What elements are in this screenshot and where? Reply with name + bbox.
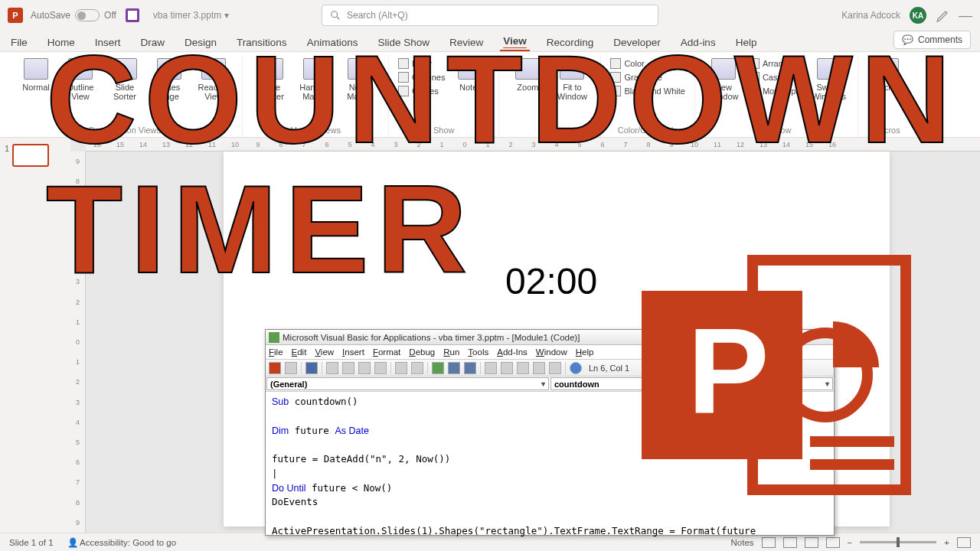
vba-menu-help[interactable]: Help bbox=[576, 347, 594, 357]
tab-insert[interactable]: Insert bbox=[92, 34, 124, 51]
vba-editor-window[interactable]: Microsoft Visual Basic for Applications … bbox=[265, 329, 835, 536]
vba-menu-window[interactable]: Window bbox=[536, 347, 567, 357]
slide-sorter-button[interactable]: Slide Sorter bbox=[106, 55, 144, 101]
outline-view-button[interactable]: Outline View bbox=[61, 55, 100, 101]
object-browser-icon[interactable] bbox=[533, 362, 545, 374]
vba-menu-file[interactable]: File bbox=[269, 347, 283, 357]
vba-menu-run[interactable]: Run bbox=[443, 347, 459, 357]
vba-menu-view[interactable]: View bbox=[315, 347, 334, 357]
save-icon[interactable] bbox=[126, 8, 139, 22]
tab-animations[interactable]: Animations bbox=[304, 34, 361, 51]
macros-button[interactable]: Macros bbox=[867, 55, 906, 92]
document-filename[interactable]: vba timer 3.pptm ▾ bbox=[153, 10, 229, 21]
group-master-views: Slide Master Handout Master Notes Master… bbox=[243, 55, 389, 137]
fit-window-button[interactable]: Fit to Window bbox=[553, 55, 591, 101]
save-icon[interactable] bbox=[305, 362, 318, 374]
slide-thumbnail-1[interactable] bbox=[12, 144, 49, 167]
ruler-checkbox[interactable]: Ruler bbox=[398, 58, 445, 69]
toolbox-icon[interactable] bbox=[549, 362, 561, 374]
macros-icon bbox=[874, 58, 899, 80]
autosave-label: AutoSave bbox=[31, 10, 70, 21]
tab-file[interactable]: File bbox=[8, 34, 31, 51]
vba-toolbar: Ln 6, Col 1 bbox=[266, 360, 834, 377]
gridlines-checkbox[interactable]: Gridlines bbox=[398, 72, 445, 83]
guides-checkbox[interactable]: Guides bbox=[398, 86, 445, 96]
zoom-in-icon[interactable]: + bbox=[944, 538, 949, 547]
switch-windows-button[interactable]: Switch Windows bbox=[810, 55, 848, 101]
paste-icon[interactable] bbox=[358, 362, 371, 374]
tab-help[interactable]: Help bbox=[733, 34, 760, 51]
vba-menu-debug[interactable]: Debug bbox=[409, 347, 435, 357]
vba-menu-format[interactable]: Format bbox=[373, 347, 400, 357]
color-button[interactable]: Color bbox=[610, 58, 684, 69]
cursor-position: Ln 6, Col 1 bbox=[589, 364, 629, 373]
toggle-off-icon[interactable] bbox=[75, 9, 100, 21]
accessibility-status[interactable]: 👤 Accessibility: Good to go bbox=[67, 537, 176, 548]
slide-sorter-icon bbox=[113, 58, 137, 80]
reading-view-button[interactable]: Reading View bbox=[194, 55, 233, 101]
tab-recording[interactable]: Recording bbox=[544, 34, 597, 51]
tab-home[interactable]: Home bbox=[44, 34, 78, 51]
tab-slideshow[interactable]: Slide Show bbox=[374, 34, 433, 51]
vba-menu-insert[interactable]: Insert bbox=[342, 347, 364, 357]
vba-menu-tools[interactable]: Tools bbox=[468, 347, 488, 357]
design-mode-icon[interactable] bbox=[485, 362, 497, 374]
vba-app-icon bbox=[269, 332, 279, 343]
tab-review[interactable]: Review bbox=[446, 34, 486, 51]
normal-view-button[interactable]: Normal bbox=[17, 55, 55, 92]
find-icon[interactable] bbox=[374, 362, 387, 374]
bw-button[interactable]: Black and White bbox=[610, 86, 684, 96]
tab-developer[interactable]: Developer bbox=[610, 34, 664, 51]
checkbox-icon bbox=[398, 86, 409, 96]
vba-object-combo[interactable]: (General) bbox=[266, 377, 549, 390]
arrange-all-button[interactable]: Arrange All bbox=[749, 58, 804, 69]
autosave-toggle[interactable]: AutoSave Off bbox=[31, 9, 116, 21]
tab-design[interactable]: Design bbox=[181, 34, 220, 51]
grayscale-button[interactable]: Grayscale bbox=[610, 72, 684, 83]
zoom-button[interactable]: Zoom bbox=[508, 55, 547, 92]
notes-master-button[interactable]: Notes Master bbox=[341, 55, 379, 101]
vba-procedure-combo[interactable]: countdown bbox=[550, 377, 833, 390]
tab-transitions[interactable]: Transitions bbox=[234, 34, 290, 51]
countdown-timer-text: 02:00 bbox=[505, 260, 597, 302]
comments-button[interactable]: 💬 Comments bbox=[893, 31, 971, 49]
project-explorer-icon[interactable] bbox=[501, 362, 513, 374]
search-input[interactable]: Search (Alt+Q) bbox=[322, 5, 658, 26]
group-zoom: Zoom Fit to Window Zoom bbox=[499, 55, 601, 137]
minimize-icon[interactable]: — bbox=[959, 8, 972, 24]
user-avatar[interactable]: KA bbox=[910, 7, 926, 24]
view-powerpoint-icon[interactable] bbox=[269, 362, 281, 374]
horizontal-ruler: 1615141312111098765432101234567891011121… bbox=[86, 138, 980, 152]
undo-icon[interactable] bbox=[395, 362, 407, 374]
tab-draw[interactable]: Draw bbox=[138, 34, 168, 51]
help-icon[interactable] bbox=[570, 362, 582, 374]
fit-icon[interactable] bbox=[957, 537, 971, 548]
break-icon[interactable] bbox=[448, 362, 460, 374]
group-color-grayscale: Color Grayscale Black and White Color/Gr… bbox=[601, 55, 694, 137]
notes-page-button[interactable]: Notes Page bbox=[150, 55, 188, 101]
slide-master-button[interactable]: Slide Master bbox=[252, 55, 290, 101]
vba-title-bar[interactable]: Microsoft Visual Basic for Applications … bbox=[266, 330, 834, 345]
handout-master-button[interactable]: Handout Master bbox=[296, 55, 335, 101]
zoom-slider[interactable] bbox=[860, 541, 936, 543]
reset-icon[interactable] bbox=[464, 362, 476, 374]
new-window-button[interactable]: New Window bbox=[704, 55, 743, 101]
notes-button[interactable]: Notes bbox=[451, 55, 489, 92]
cut-icon[interactable] bbox=[326, 362, 338, 374]
move-split-button[interactable]: Move Split bbox=[749, 86, 804, 96]
ribbon-tabs: File Home Insert Draw Design Transitions… bbox=[0, 31, 980, 52]
vba-menu-edit[interactable]: Edit bbox=[292, 347, 307, 357]
tab-view[interactable]: View bbox=[500, 32, 530, 51]
tab-addins[interactable]: Add-ins bbox=[678, 34, 719, 51]
run-icon[interactable] bbox=[432, 362, 444, 374]
pen-icon[interactable] bbox=[936, 8, 949, 22]
vba-code-editor[interactable]: Sub countdown() Dim future As Date futur… bbox=[266, 392, 834, 551]
properties-icon[interactable] bbox=[517, 362, 529, 374]
copy-icon[interactable] bbox=[342, 362, 354, 374]
cascade-button[interactable]: Cascade bbox=[749, 72, 804, 83]
zoom-out-icon[interactable]: − bbox=[848, 538, 853, 547]
comment-icon: 💬 bbox=[902, 34, 913, 45]
vba-menu-addins[interactable]: Add-Ins bbox=[497, 347, 528, 357]
redo-icon[interactable] bbox=[411, 362, 423, 374]
insert-module-icon[interactable] bbox=[285, 362, 297, 374]
